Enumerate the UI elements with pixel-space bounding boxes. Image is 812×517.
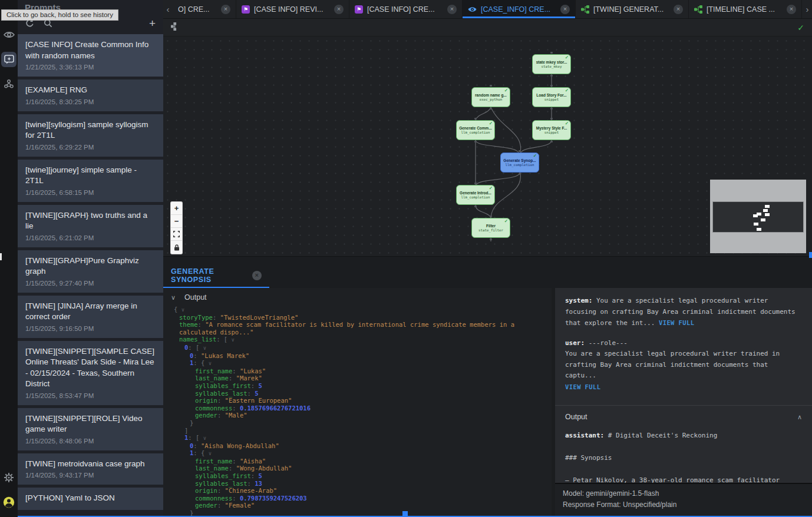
prompt-list-item[interactable]: [TWINE][SNIPPET][SAMPLE CASE] Online Thr… (18, 341, 163, 405)
prompt-list-item[interactable]: [TWINE] [JINJA] Array merge in correct o… (18, 296, 163, 338)
json-token: first_name (195, 458, 232, 465)
prompt-list-item[interactable]: [twine][syllogism] sample syllogism for … (18, 114, 163, 157)
tab[interactable]: ⚑[CASE INFO] REVI...× (236, 0, 349, 18)
history-tooltip: Click to go back, hold to see history (1, 9, 118, 21)
message-text: # Digital Deceit's Reckoning ### Synopsi… (565, 432, 784, 483)
assistant-output-header[interactable]: Output ∧ (565, 413, 802, 421)
json-token: "Lukas" (240, 367, 266, 375)
eye-view-icon[interactable] (1, 27, 16, 42)
message-list: system: You are a specialist legal proce… (555, 288, 812, 405)
prompt-title: [EXAMPLE] RNG (25, 85, 156, 96)
zoom-out-button[interactable]: − (171, 215, 182, 228)
account-avatar-icon[interactable] (1, 495, 16, 510)
close-icon[interactable]: × (252, 271, 262, 280)
json-token: theme (179, 321, 198, 328)
json-line: origin: "Eastern European" (163, 397, 552, 405)
collapse-caret-icon[interactable]: ∨ (232, 337, 235, 343)
tab[interactable]: [TIMELINE] CASE ...× (689, 0, 802, 18)
bottom-resize-handle[interactable] (402, 511, 408, 516)
graph-node[interactable]: ✓Generate Introd...llm_completion (456, 185, 495, 205)
collapse-caret-icon[interactable]: ∨ (203, 345, 206, 351)
close-icon[interactable]: × (560, 5, 570, 14)
graph-node[interactable]: ✓Generate Comm...llm_completion (456, 120, 495, 140)
graph-node[interactable]: ✓state mkey stor...state_mkey (532, 54, 571, 74)
output-section-header[interactable]: ∨ Output (163, 288, 552, 306)
view-full-link[interactable]: VIEW FULL (565, 383, 601, 390)
tab[interactable]: ⚑[CASE INFO] CRE...× (349, 0, 463, 18)
prompt-list-item[interactable]: [TWINE][GRAPH]Pure Graphviz graph1/15/20… (18, 250, 163, 293)
tabs-scroll-left-icon[interactable]: ‹ (163, 0, 173, 18)
prompt-title: [twine][journey] simple sample - 2T1L (25, 165, 156, 187)
collapse-caret-icon[interactable]: ∨ (209, 450, 212, 456)
prompt-list-item[interactable]: [TWINE][SNIPPET][ROLE] Video game writer… (18, 408, 163, 450)
node-title: Load Story For... (536, 93, 566, 97)
json-line: storyType: "TwistedLoveTriangle" (163, 314, 552, 322)
node-title: random name g... (475, 93, 507, 97)
json-line: } (163, 419, 552, 427)
json-token: syllables_last (195, 390, 247, 397)
tab-label: O] CRE... (178, 5, 209, 14)
tab-label: [CASE INFO] CRE... (367, 5, 435, 14)
close-icon[interactable]: × (334, 5, 344, 14)
prompt-list-item[interactable]: [PYTHON] Yaml to JSON (18, 488, 163, 510)
left-icon-rail (0, 0, 18, 517)
message-role: user: (565, 339, 585, 347)
check-icon: ✓ (565, 121, 569, 126)
prompt-date: 1/14/2025, 9:43:17 PM (25, 472, 156, 479)
tab[interactable]: [CASE_INFO] CRE...× (463, 0, 576, 18)
close-icon[interactable]: × (674, 5, 683, 14)
lock-button[interactable] (171, 241, 182, 254)
close-icon[interactable]: × (221, 5, 230, 14)
workflow-icon[interactable] (1, 77, 16, 92)
bottom-tab-generate-synopsis[interactable]: GENERATE SYNOPSIS × (163, 264, 269, 288)
tabs-scroll-right-icon[interactable]: › (803, 0, 812, 18)
prompt-title: [TWINE][SNIPPET][ROLE] Video game writer (25, 413, 156, 435)
canvas-toolbar: ✓ (163, 19, 812, 37)
collapse-caret-icon[interactable]: ∨ (209, 360, 212, 366)
json-token: 0.7987359247526203 (240, 495, 307, 502)
graph-node[interactable]: ✓Filterstate_filter (471, 218, 510, 238)
prompt-list-item[interactable]: [EXAMPLE] RNG1/16/2025, 8:30:25 PM (18, 79, 163, 111)
graph-layout-icon[interactable] (171, 22, 179, 33)
minimap-viewport[interactable] (712, 201, 804, 233)
prompt-date: 1/15/2025, 9:27:40 PM (25, 280, 156, 287)
prompt-title: [twine][syllogism] sample syllogism for … (25, 120, 156, 141)
output-header-label: Output (565, 413, 587, 421)
tab[interactable]: [TWINE] GENERAT...× (576, 0, 689, 18)
zoom-in-button[interactable]: + (171, 202, 182, 215)
graph-node[interactable]: ✓Generate Synop...llm_completion (500, 153, 539, 173)
collapse-caret-icon[interactable]: ∨ (181, 307, 184, 313)
collapse-caret-icon[interactable]: ∨ (203, 435, 206, 441)
message: user: ---role--- You are a specialist le… (565, 338, 802, 393)
graph-node[interactable]: ✓Mystery Style F...snippet (532, 120, 571, 140)
view-full-link[interactable]: VIEW FULL (659, 319, 695, 326)
settings-gear-icon[interactable] (1, 470, 16, 485)
json-line: 1: { ∨ (163, 359, 552, 367)
prompt-list-item[interactable]: [twine][journey] simple sample - 2T1L1/1… (18, 160, 163, 202)
minimap[interactable] (710, 180, 806, 253)
prompt-list: [CASE INFO] Create Common Info with rand… (18, 34, 163, 516)
prompts-panel-icon[interactable] (1, 52, 16, 67)
json-token: storyType (179, 314, 213, 321)
prompt-list-item[interactable]: [TWINE] metroidvania case graph1/14/2025… (18, 453, 163, 485)
json-line: 0: "Lukas Marek" (163, 352, 552, 360)
add-prompt-button[interactable]: + (149, 18, 156, 29)
graph-canvas[interactable]: ✓state mkey stor...state_mkey✓random nam… (163, 37, 812, 256)
close-icon[interactable]: × (447, 5, 457, 14)
json-line: names_list: [ ∨ (163, 336, 552, 344)
prompt-list-item[interactable]: [CASE INFO] Create Common Info with rand… (18, 34, 163, 77)
node-title: state mkey stor... (536, 60, 567, 64)
json-token: "A romance scam facilitator is killed by… (179, 321, 514, 336)
json-token: : (213, 314, 220, 321)
tab[interactable]: O] CRE...× (173, 0, 236, 18)
node-subtitle: snippet (544, 98, 559, 101)
graph-node[interactable]: ✓Load Story For...snippet (532, 87, 571, 107)
fit-view-button[interactable] (171, 228, 182, 241)
json-token: origin (195, 487, 217, 494)
output-json-pane[interactable]: ∨ Output { ∨storyType: "TwistedLoveTrian… (163, 288, 552, 517)
run-success-check-icon: ✓ (797, 23, 804, 32)
prompt-list-item[interactable]: [TWINE][GRAPH} two truths and a lie1/16/… (18, 205, 163, 247)
right-resize-handle[interactable] (809, 252, 812, 258)
close-icon[interactable]: × (787, 5, 796, 14)
graph-node[interactable]: ✓random name g...exec_python (471, 87, 510, 107)
